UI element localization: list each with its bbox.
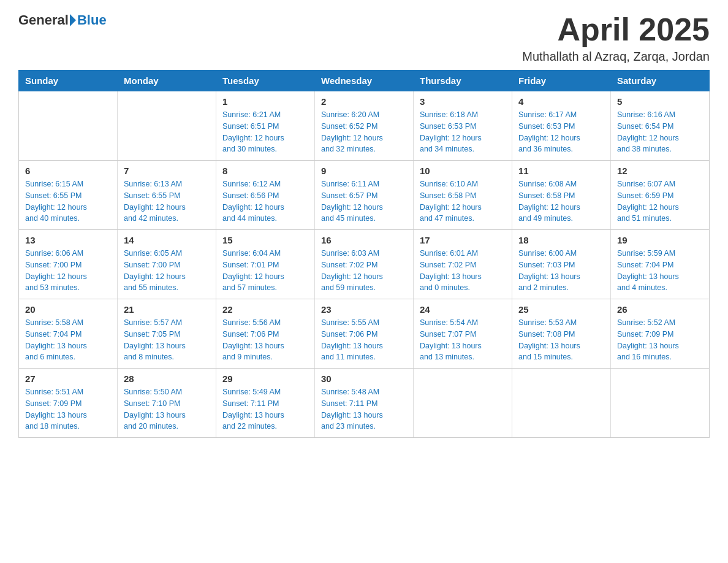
day-number: 27 bbox=[25, 373, 111, 384]
calendar-cell: 14Sunrise: 6:05 AMSunset: 7:00 PMDayligh… bbox=[118, 230, 216, 299]
day-number: 30 bbox=[321, 373, 407, 384]
day-info: Sunrise: 5:50 AMSunset: 7:10 PMDaylight:… bbox=[124, 386, 210, 432]
day-info: Sunrise: 6:03 AMSunset: 7:02 PMDaylight:… bbox=[321, 248, 407, 294]
day-number: 22 bbox=[222, 304, 308, 315]
day-number: 18 bbox=[518, 235, 604, 245]
weekday-header-wednesday: Wednesday bbox=[315, 71, 414, 91]
calendar-cell: 16Sunrise: 6:03 AMSunset: 7:02 PMDayligh… bbox=[315, 230, 414, 299]
day-number: 15 bbox=[222, 235, 308, 245]
calendar-cell: 22Sunrise: 5:56 AMSunset: 7:06 PMDayligh… bbox=[216, 299, 315, 369]
calendar-cell bbox=[19, 91, 118, 161]
calendar-cell: 1Sunrise: 6:21 AMSunset: 6:51 PMDaylight… bbox=[216, 91, 315, 161]
day-number: 13 bbox=[25, 235, 111, 245]
weekday-header-friday: Friday bbox=[512, 71, 611, 91]
calendar-cell: 4Sunrise: 6:17 AMSunset: 6:53 PMDaylight… bbox=[512, 91, 611, 161]
day-number: 29 bbox=[222, 373, 308, 384]
day-number: 12 bbox=[617, 166, 703, 176]
calendar-cell: 20Sunrise: 5:58 AMSunset: 7:04 PMDayligh… bbox=[19, 299, 118, 369]
calendar-cell bbox=[118, 91, 216, 161]
logo-arrow-icon bbox=[70, 14, 76, 26]
calendar-week-row: 13Sunrise: 6:06 AMSunset: 7:00 PMDayligh… bbox=[19, 230, 710, 299]
day-number: 20 bbox=[25, 304, 111, 315]
title-block: April 2025 Muthallath al Azraq, Zarqa, J… bbox=[522, 12, 710, 64]
calendar-cell: 26Sunrise: 5:52 AMSunset: 7:09 PMDayligh… bbox=[611, 299, 710, 369]
calendar-cell: 21Sunrise: 5:57 AMSunset: 7:05 PMDayligh… bbox=[118, 299, 216, 369]
day-info: Sunrise: 5:58 AMSunset: 7:04 PMDaylight:… bbox=[25, 317, 111, 363]
day-info: Sunrise: 6:07 AMSunset: 6:59 PMDaylight:… bbox=[617, 178, 703, 224]
calendar-cell: 8Sunrise: 6:12 AMSunset: 6:56 PMDaylight… bbox=[216, 161, 315, 230]
weekday-header-monday: Monday bbox=[118, 71, 216, 91]
day-info: Sunrise: 6:11 AMSunset: 6:57 PMDaylight:… bbox=[321, 178, 407, 224]
calendar-cell: 29Sunrise: 5:49 AMSunset: 7:11 PMDayligh… bbox=[216, 369, 315, 438]
day-number: 23 bbox=[321, 304, 407, 315]
day-number: 21 bbox=[124, 304, 210, 315]
day-info: Sunrise: 6:17 AMSunset: 6:53 PMDaylight:… bbox=[518, 109, 604, 155]
calendar-cell bbox=[512, 369, 611, 438]
day-info: Sunrise: 6:21 AMSunset: 6:51 PMDaylight:… bbox=[222, 109, 308, 155]
calendar-week-row: 6Sunrise: 6:15 AMSunset: 6:55 PMDaylight… bbox=[19, 161, 710, 230]
day-info: Sunrise: 6:18 AMSunset: 6:53 PMDaylight:… bbox=[420, 109, 506, 155]
calendar-cell: 12Sunrise: 6:07 AMSunset: 6:59 PMDayligh… bbox=[611, 161, 710, 230]
logo-general-text: General bbox=[18, 12, 69, 28]
day-info: Sunrise: 5:54 AMSunset: 7:07 PMDaylight:… bbox=[420, 317, 506, 363]
calendar-cell: 10Sunrise: 6:10 AMSunset: 6:58 PMDayligh… bbox=[414, 161, 512, 230]
calendar-cell: 17Sunrise: 6:01 AMSunset: 7:02 PMDayligh… bbox=[414, 230, 512, 299]
calendar-cell: 23Sunrise: 5:55 AMSunset: 7:06 PMDayligh… bbox=[315, 299, 414, 369]
calendar-cell: 11Sunrise: 6:08 AMSunset: 6:58 PMDayligh… bbox=[512, 161, 611, 230]
month-title: April 2025 bbox=[522, 12, 710, 47]
day-info: Sunrise: 6:05 AMSunset: 7:00 PMDaylight:… bbox=[124, 248, 210, 294]
day-info: Sunrise: 5:49 AMSunset: 7:11 PMDaylight:… bbox=[222, 386, 308, 432]
day-number: 17 bbox=[420, 235, 506, 245]
day-info: Sunrise: 5:52 AMSunset: 7:09 PMDaylight:… bbox=[617, 317, 703, 363]
calendar-cell bbox=[414, 369, 512, 438]
calendar-week-row: 27Sunrise: 5:51 AMSunset: 7:09 PMDayligh… bbox=[19, 369, 710, 438]
calendar-cell: 19Sunrise: 5:59 AMSunset: 7:04 PMDayligh… bbox=[611, 230, 710, 299]
calendar-cell: 3Sunrise: 6:18 AMSunset: 6:53 PMDaylight… bbox=[414, 91, 512, 161]
day-number: 26 bbox=[617, 304, 703, 315]
day-info: Sunrise: 6:06 AMSunset: 7:00 PMDaylight:… bbox=[25, 248, 111, 294]
calendar-cell: 24Sunrise: 5:54 AMSunset: 7:07 PMDayligh… bbox=[414, 299, 512, 369]
weekday-header-row: SundayMondayTuesdayWednesdayThursdayFrid… bbox=[19, 71, 710, 91]
day-number: 6 bbox=[25, 166, 111, 176]
calendar-cell bbox=[611, 369, 710, 438]
day-info: Sunrise: 5:51 AMSunset: 7:09 PMDaylight:… bbox=[25, 386, 111, 432]
day-number: 5 bbox=[617, 96, 703, 107]
calendar-cell: 5Sunrise: 6:16 AMSunset: 6:54 PMDaylight… bbox=[611, 91, 710, 161]
day-number: 28 bbox=[124, 373, 210, 384]
day-number: 10 bbox=[420, 166, 506, 176]
day-info: Sunrise: 5:53 AMSunset: 7:08 PMDaylight:… bbox=[518, 317, 604, 363]
logo-blue-text: Blue bbox=[77, 12, 107, 28]
calendar-cell: 2Sunrise: 6:20 AMSunset: 6:52 PMDaylight… bbox=[315, 91, 414, 161]
day-number: 11 bbox=[518, 166, 604, 176]
calendar-cell: 27Sunrise: 5:51 AMSunset: 7:09 PMDayligh… bbox=[19, 369, 118, 438]
logo: General Blue bbox=[18, 12, 107, 28]
day-number: 8 bbox=[222, 166, 308, 176]
day-info: Sunrise: 6:12 AMSunset: 6:56 PMDaylight:… bbox=[222, 178, 308, 224]
day-number: 25 bbox=[518, 304, 604, 315]
weekday-header-sunday: Sunday bbox=[19, 71, 118, 91]
day-info: Sunrise: 6:04 AMSunset: 7:01 PMDaylight:… bbox=[222, 248, 308, 294]
day-number: 7 bbox=[124, 166, 210, 176]
calendar-week-row: 1Sunrise: 6:21 AMSunset: 6:51 PMDaylight… bbox=[19, 91, 710, 161]
calendar-table: SundayMondayTuesdayWednesdayThursdayFrid… bbox=[18, 70, 710, 438]
calendar-cell: 25Sunrise: 5:53 AMSunset: 7:08 PMDayligh… bbox=[512, 299, 611, 369]
day-number: 16 bbox=[321, 235, 407, 245]
weekday-header-saturday: Saturday bbox=[611, 71, 710, 91]
day-info: Sunrise: 6:13 AMSunset: 6:55 PMDaylight:… bbox=[124, 178, 210, 224]
calendar-cell: 28Sunrise: 5:50 AMSunset: 7:10 PMDayligh… bbox=[118, 369, 216, 438]
day-number: 24 bbox=[420, 304, 506, 315]
day-info: Sunrise: 5:48 AMSunset: 7:11 PMDaylight:… bbox=[321, 386, 407, 432]
day-info: Sunrise: 5:57 AMSunset: 7:05 PMDaylight:… bbox=[124, 317, 210, 363]
day-info: Sunrise: 6:20 AMSunset: 6:52 PMDaylight:… bbox=[321, 109, 407, 155]
day-number: 9 bbox=[321, 166, 407, 176]
calendar-cell: 9Sunrise: 6:11 AMSunset: 6:57 PMDaylight… bbox=[315, 161, 414, 230]
calendar-cell: 15Sunrise: 6:04 AMSunset: 7:01 PMDayligh… bbox=[216, 230, 315, 299]
weekday-header-tuesday: Tuesday bbox=[216, 71, 315, 91]
day-info: Sunrise: 5:56 AMSunset: 7:06 PMDaylight:… bbox=[222, 317, 308, 363]
day-number: 2 bbox=[321, 96, 407, 107]
location-title: Muthallath al Azraq, Zarqa, Jordan bbox=[522, 50, 710, 64]
day-number: 14 bbox=[124, 235, 210, 245]
day-info: Sunrise: 6:10 AMSunset: 6:58 PMDaylight:… bbox=[420, 178, 506, 224]
day-number: 3 bbox=[420, 96, 506, 107]
calendar-cell: 6Sunrise: 6:15 AMSunset: 6:55 PMDaylight… bbox=[19, 161, 118, 230]
